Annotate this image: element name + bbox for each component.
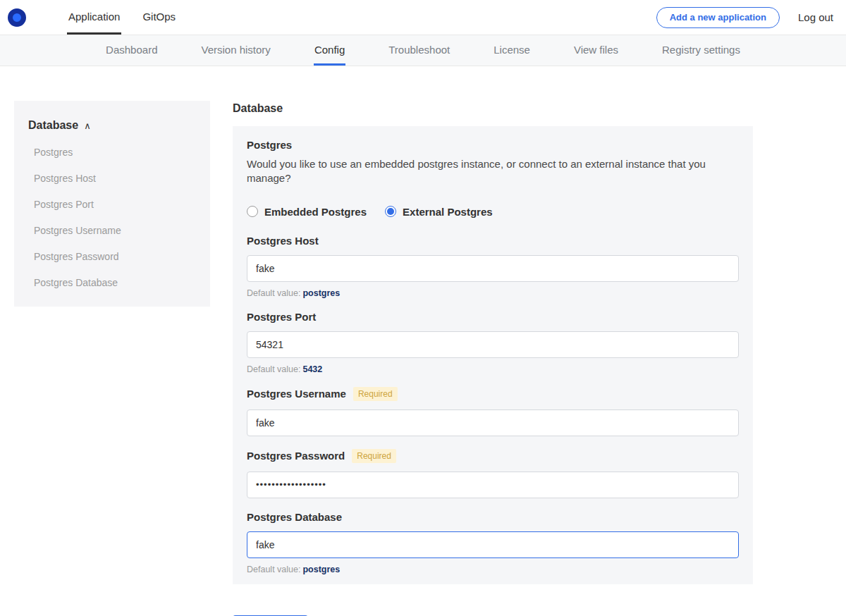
field-postgres-password: Postgres Password Required bbox=[247, 449, 739, 498]
tab-application-label: Application bbox=[68, 11, 120, 23]
chevron-up-icon: ∧ bbox=[84, 121, 91, 131]
top-tabs: Application GitOps bbox=[47, 0, 177, 35]
postgres-host-label: Postgres Host bbox=[247, 235, 319, 247]
content-area: Database ∧ Postgres Postgres Host Postgr… bbox=[0, 66, 846, 616]
sidebar-item-postgres-port[interactable]: Postgres Port bbox=[14, 199, 210, 210]
field-postgres-database: Postgres Database Default value:postgres bbox=[247, 511, 739, 574]
add-application-button[interactable]: Add a new application bbox=[656, 7, 780, 28]
tab-gitops[interactable]: GitOps bbox=[141, 0, 177, 35]
subnav-version-history[interactable]: Version history bbox=[200, 35, 271, 66]
postgres-radio-group: Embedded Postgres External Postgres bbox=[247, 206, 739, 218]
subnav-config[interactable]: Config bbox=[314, 35, 345, 66]
subnav-troubleshoot[interactable]: Troubleshoot bbox=[388, 35, 450, 66]
radio-embedded-label: Embedded Postgres bbox=[264, 206, 367, 218]
postgres-username-input[interactable] bbox=[247, 409, 739, 436]
postgres-password-input[interactable] bbox=[247, 472, 739, 498]
field-postgres-choice: Postgres Would you like to use an embedd… bbox=[247, 139, 739, 218]
app-logo-icon[interactable] bbox=[8, 8, 26, 27]
tab-application[interactable]: Application bbox=[67, 0, 121, 35]
postgres-port-input[interactable] bbox=[247, 331, 739, 358]
postgres-port-label: Postgres Port bbox=[247, 311, 316, 323]
sidebar-item-postgres-database[interactable]: Postgres Database bbox=[14, 277, 210, 288]
sidebar-group-label: Database bbox=[28, 119, 78, 132]
subnav-view-files[interactable]: View files bbox=[573, 35, 619, 66]
field-postgres-username: Postgres Username Required bbox=[247, 387, 739, 436]
postgres-password-label: Postgres Password bbox=[247, 450, 345, 462]
subnav-dashboard[interactable]: Dashboard bbox=[105, 35, 158, 66]
required-badge: Required bbox=[353, 387, 398, 401]
sidebar-group-database[interactable]: Database ∧ bbox=[14, 119, 210, 132]
postgres-database-default: Default value:postgres bbox=[247, 565, 739, 574]
subnav-license[interactable]: License bbox=[493, 35, 531, 66]
radio-embedded-postgres[interactable]: Embedded Postgres bbox=[247, 206, 367, 218]
config-main: Database Postgres Would you like to use … bbox=[233, 101, 753, 616]
config-sidebar: Database ∧ Postgres Postgres Host Postgr… bbox=[14, 101, 210, 307]
field-postgres-host: Postgres Host Default value:postgres bbox=[247, 235, 739, 298]
top-nav: Application GitOps Add a new application… bbox=[0, 0, 846, 35]
radio-selected-icon bbox=[385, 206, 396, 217]
postgres-database-input[interactable] bbox=[247, 531, 739, 558]
sidebar-list: Postgres Postgres Host Postgres Port Pos… bbox=[14, 147, 210, 288]
required-badge: Required bbox=[352, 449, 396, 463]
postgres-username-label: Postgres Username bbox=[247, 388, 346, 400]
sidebar-item-postgres-username[interactable]: Postgres Username bbox=[14, 225, 210, 236]
field-postgres-port: Postgres Port Default value:5432 bbox=[247, 311, 739, 374]
tab-gitops-label: GitOps bbox=[142, 11, 176, 23]
radio-external-label: External Postgres bbox=[403, 206, 493, 218]
app-subnav: Dashboard Version history Config Trouble… bbox=[0, 35, 846, 66]
config-panel: Postgres Would you like to use an embedd… bbox=[233, 126, 753, 584]
postgres-group-label: Postgres bbox=[247, 139, 739, 151]
header-right: Add a new application Log out bbox=[656, 0, 833, 35]
postgres-database-label: Postgres Database bbox=[247, 511, 342, 523]
logout-link[interactable]: Log out bbox=[798, 11, 833, 23]
radio-external-postgres[interactable]: External Postgres bbox=[385, 206, 493, 218]
sidebar-item-postgres[interactable]: Postgres bbox=[14, 147, 210, 158]
section-title: Database bbox=[233, 102, 753, 115]
postgres-host-input[interactable] bbox=[247, 255, 739, 282]
postgres-host-default: Default value:postgres bbox=[247, 288, 739, 298]
postgres-port-default: Default value:5432 bbox=[247, 364, 739, 374]
radio-unselected-icon bbox=[247, 206, 258, 217]
sidebar-item-postgres-host[interactable]: Postgres Host bbox=[14, 173, 210, 184]
postgres-help-text: Would you like to use an embedded postgr… bbox=[247, 157, 739, 186]
sidebar-item-postgres-password[interactable]: Postgres Password bbox=[14, 251, 210, 262]
subnav-registry-settings[interactable]: Registry settings bbox=[661, 35, 741, 66]
